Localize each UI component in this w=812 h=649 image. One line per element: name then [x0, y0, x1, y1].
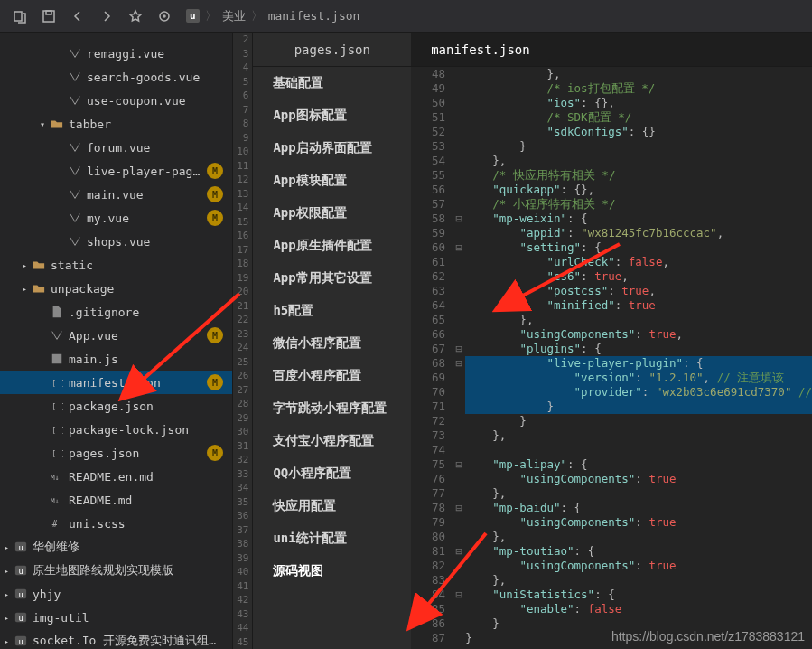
tree-item-label: 华创维修	[33, 539, 223, 555]
svg-text:u: u	[18, 590, 23, 599]
tree-item[interactable]: M↓README.en.md	[0, 465, 232, 488]
breadcrumb-sep: 〉	[205, 8, 217, 24]
svg-text:u: u	[18, 614, 23, 623]
manifest-nav-item[interactable]: 快应用配置	[253, 490, 411, 522]
tree-item-label: socket.Io 开源免费实时通讯组件示例	[33, 633, 223, 649]
tree-item-label: search-goods.vue	[87, 71, 223, 84]
vue-icon	[67, 212, 83, 224]
manifest-nav-item[interactable]: 百度小程序配置	[253, 360, 411, 392]
u-icon: u	[13, 541, 29, 553]
breadcrumb-project[interactable]: 美业	[222, 8, 246, 24]
tree-item[interactable]: my.vueM	[0, 206, 232, 230]
svg-text:M↓: M↓	[51, 497, 59, 505]
vue-icon	[67, 188, 83, 201]
manifest-nav-item[interactable]: App原生插件配置	[253, 230, 411, 262]
tab-manifest-json[interactable]: manifest.json	[411, 33, 812, 67]
target-icon[interactable]	[150, 4, 179, 29]
tree-item[interactable]: use-coupon.vue	[0, 89, 232, 112]
manifest-nav-item[interactable]: h5配置	[253, 295, 411, 327]
tree-item[interactable]: forum.vue	[0, 136, 232, 159]
tree-item[interactable]: search-goods.vue	[0, 65, 232, 89]
tree-item[interactable]: main.js	[0, 347, 232, 371]
manifest-nav-item[interactable]: 微信小程序配置	[253, 327, 411, 360]
tree-item[interactable]: App.vueM	[0, 324, 232, 347]
vcs-modified-badge: M	[207, 210, 223, 226]
vue-icon	[67, 94, 83, 107]
chevron-icon: ▾	[36, 119, 49, 129]
manifest-nav-item[interactable]: App启动界面配置	[253, 132, 411, 165]
tree-item[interactable]: ▸u华创维修	[0, 535, 232, 559]
tab-pages-json[interactable]: pages.json	[253, 33, 411, 67]
chevron-icon: ▸	[0, 636, 13, 646]
tree-item[interactable]: shops.vue	[0, 230, 232, 253]
breadcrumb-sep: 〉	[251, 8, 263, 24]
tree-item[interactable]: [ ]package.json	[0, 394, 232, 418]
manifest-nav-item[interactable]: QQ小程序配置	[253, 457, 411, 490]
md-icon: M↓	[49, 494, 65, 506]
chevron-icon: ▸	[0, 566, 13, 576]
manifest-nav-item[interactable]: 基础配置	[253, 67, 411, 99]
json-icon: [ ]	[49, 376, 65, 389]
u-icon: u	[13, 588, 29, 600]
code-content[interactable]: }, /* ios打包配置 */ "ios": {}, /* SDK配置 */ …	[465, 67, 812, 649]
manifest-nav-item[interactable]: 字节跳动小程序配置	[253, 392, 411, 425]
u-icon: u	[13, 611, 29, 624]
manifest-nav-item[interactable]: App图标配置	[253, 99, 411, 132]
tree-item[interactable]: #uni.scss	[0, 512, 232, 535]
js-icon	[49, 353, 65, 365]
tree-item-label: static	[51, 259, 223, 272]
top-toolbar: u 〉 美业 〉 manifest.json	[0, 0, 812, 33]
tree-item[interactable]: [ ]pages.jsonM	[0, 441, 232, 465]
vcs-modified-badge: M	[207, 327, 223, 343]
back-icon[interactable]	[63, 4, 92, 29]
tree-item[interactable]: ▸unpackage	[0, 277, 232, 300]
manifest-nav-item[interactable]: 支付宝小程序配置	[253, 425, 411, 457]
tree-item-label: forum.vue	[87, 141, 223, 155]
svg-text:[ ]: [ ]	[51, 379, 63, 388]
svg-rect-0	[14, 12, 22, 21]
svg-text:[ ]: [ ]	[51, 426, 63, 435]
manifest-nav-item[interactable]: App常用其它设置	[253, 262, 411, 295]
manifest-nav-panel: pages.json 基础配置App图标配置App启动界面配置App模块配置Ap…	[252, 33, 411, 649]
breadcrumb-file[interactable]: manifest.json	[268, 9, 360, 23]
manifest-nav-item[interactable]: App模块配置	[253, 165, 411, 197]
manifest-nav-item[interactable]: 源码视图	[253, 555, 411, 588]
tree-item[interactable]: remaggi.vue	[0, 42, 232, 65]
tree-item[interactable]: ▸uyhjy	[0, 582, 232, 606]
tree-item-label: README.en.md	[69, 470, 223, 484]
tree-item-label: 原生地图路线规划实现模版	[33, 562, 223, 578]
tree-item[interactable]: ▾tabber	[0, 112, 232, 136]
tree-item-label: App.vue	[69, 329, 203, 343]
tree-item-label: uni.scss	[69, 517, 223, 531]
breadcrumb: u 〉 美业 〉 manifest.json	[186, 8, 359, 24]
manifest-nav-item[interactable]: App权限配置	[253, 197, 411, 230]
line-number-gutter: 4849505152535455565758596061626364656667…	[411, 67, 453, 649]
forward-icon[interactable]	[92, 4, 121, 29]
tree-item[interactable]: [ ]package-lock.json	[0, 418, 232, 441]
tree-item[interactable]: ▸u原生地图路线规划实现模版	[0, 559, 232, 582]
watermark-text: https://blog.csdn.net/z1783883121	[611, 629, 805, 644]
tree-item-label: pages.json	[69, 447, 203, 460]
tree-item[interactable]: main.vueM	[0, 183, 232, 206]
tree-item[interactable]: [ ]manifest.jsonM	[0, 371, 232, 394]
manifest-section-list[interactable]: 基础配置App图标配置App启动界面配置App模块配置App权限配置App原生插…	[253, 67, 411, 649]
tree-item-label: manifest.json	[69, 376, 203, 390]
star-icon[interactable]	[121, 4, 150, 29]
tree-item[interactable]: live-player-page.vueM	[0, 159, 232, 183]
new-window-icon[interactable]	[5, 4, 34, 29]
tree-item-label: .gitignore	[69, 306, 223, 319]
tree-item[interactable]: ▸uimg-util	[0, 606, 232, 629]
vue-icon	[49, 329, 65, 342]
tree-item[interactable]: M↓README.md	[0, 488, 232, 512]
fold-column[interactable]: ⊟⊟⊟⊟⊟⊟⊟⊟	[453, 67, 465, 649]
tree-item-label: unpackage	[51, 282, 223, 296]
chevron-icon: ▸	[18, 284, 31, 294]
manifest-nav-item[interactable]: uni统计配置	[253, 522, 411, 555]
chevron-icon: ▸	[0, 589, 13, 599]
tree-item[interactable]: .gitignore	[0, 300, 232, 324]
tree-item[interactable]: ▸usocket.Io 开源免费实时通讯组件示例	[0, 629, 232, 649]
tree-item[interactable]: ▸static	[0, 253, 232, 277]
vue-icon	[67, 47, 83, 60]
file-explorer[interactable]: remaggi.vuesearch-goods.vueuse-coupon.vu…	[0, 33, 232, 649]
save-icon[interactable]	[34, 4, 63, 29]
